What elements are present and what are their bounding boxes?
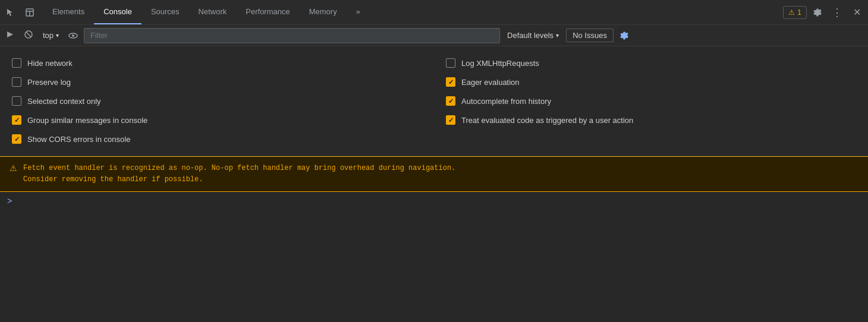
tab-bar: Elements Console Sources Network Perform…	[0, 0, 868, 25]
console-input-area: >	[0, 192, 868, 211]
settings-icon[interactable]	[809, 5, 826, 20]
settings-item-eager-eval[interactable]: Eager evaluation	[434, 72, 868, 91]
settings-item-selected-context[interactable]: Selected context only	[0, 91, 434, 111]
label-show-cors: Show CORS errors in console	[27, 135, 130, 144]
label-hide-network: Hide network	[27, 59, 73, 68]
execute-icon[interactable]	[2, 28, 18, 43]
svg-marker-3	[7, 31, 13, 37]
tab-sources[interactable]: Sources	[141, 0, 189, 24]
label-selected-context: Selected context only	[27, 97, 101, 106]
svg-line-5	[26, 32, 31, 37]
no-issues-button[interactable]: No Issues	[566, 29, 614, 42]
layout-icon[interactable]	[21, 5, 38, 20]
tab-overflow[interactable]: »	[347, 0, 370, 24]
cursor-icon[interactable]	[2, 5, 19, 20]
warning-badge-icon: ⚠	[788, 8, 795, 17]
context-label: top	[43, 31, 54, 40]
checkbox-eager-eval[interactable]	[446, 77, 455, 87]
main-tabs: Elements Console Sources Network Perform…	[43, 0, 783, 24]
settings-item-log-xml[interactable]: Log XMLHttpRequests	[434, 53, 868, 72]
console-prompt: >	[7, 197, 12, 206]
checkbox-hide-network[interactable]	[12, 58, 21, 68]
levels-arrow: ▾	[556, 32, 559, 39]
tab-elements[interactable]: Elements	[43, 0, 94, 24]
checkbox-selected-context[interactable]	[12, 96, 21, 106]
checkbox-autocomplete[interactable]	[446, 96, 455, 106]
levels-label: Default levels	[507, 31, 553, 40]
tab-bar-right: ⚠ 1 ⋮ ✕	[783, 4, 866, 21]
devtools-icons	[2, 5, 38, 20]
settings-item-hide-network[interactable]: Hide network	[0, 53, 434, 72]
warning-message: ⚠ Fetch event handler is recognized as n…	[0, 156, 868, 192]
checkbox-show-cors[interactable]	[12, 134, 21, 144]
settings-left-col: Hide networkPreserve logSelected context…	[0, 53, 434, 149]
settings-panel: Hide networkPreserve logSelected context…	[0, 46, 868, 156]
settings-item-group-similar[interactable]: Group similar messages in console	[0, 111, 434, 130]
tab-memory[interactable]: Memory	[300, 0, 347, 24]
settings-right-col: Log XMLHttpRequestsEager evaluationAutoc…	[434, 53, 868, 149]
tab-network[interactable]: Network	[189, 0, 237, 24]
settings-grid: Hide networkPreserve logSelected context…	[0, 53, 868, 149]
tab-performance[interactable]: Performance	[236, 0, 299, 24]
label-autocomplete: Autocomplete from history	[461, 97, 551, 106]
levels-dropdown[interactable]: Default levels ▾	[502, 29, 564, 42]
context-selector[interactable]: top ▾	[39, 29, 62, 42]
settings-item-autocomplete[interactable]: Autocomplete from history	[434, 91, 868, 111]
tab-console[interactable]: Console	[94, 0, 141, 24]
filter-input[interactable]	[84, 28, 500, 43]
close-icon[interactable]: ✕	[848, 4, 866, 20]
svg-point-7	[72, 34, 74, 37]
warning-triangle-icon: ⚠	[10, 163, 17, 173]
console-toolbar: top ▾ Default levels ▾ No Issues	[0, 25, 868, 46]
settings-item-preserve-log[interactable]: Preserve log	[0, 72, 434, 91]
eye-icon[interactable]	[65, 29, 81, 43]
clear-console-icon[interactable]	[20, 27, 37, 43]
label-group-similar: Group similar messages in console	[27, 116, 147, 125]
settings-item-treat-eval[interactable]: Treat evaluated code as triggered by a u…	[434, 111, 868, 130]
label-preserve-log: Preserve log	[27, 78, 71, 87]
warning-badge[interactable]: ⚠ 1	[783, 6, 807, 19]
settings-item-show-cors[interactable]: Show CORS errors in console	[0, 130, 434, 149]
checkbox-group-similar[interactable]	[12, 115, 21, 125]
label-log-xml: Log XMLHttpRequests	[461, 59, 539, 68]
label-eager-eval: Eager evaluation	[461, 78, 520, 87]
context-arrow: ▾	[56, 32, 59, 39]
warning-text: Fetch event handler is recognized as no-…	[23, 163, 455, 185]
console-input[interactable]	[17, 197, 861, 206]
console-settings-icon[interactable]	[616, 29, 633, 43]
checkbox-preserve-log[interactable]	[12, 77, 21, 87]
warning-badge-count: 1	[797, 8, 801, 17]
checkbox-log-xml[interactable]	[446, 58, 455, 68]
checkbox-treat-eval[interactable]	[446, 115, 455, 125]
more-icon[interactable]: ⋮	[828, 4, 846, 21]
label-treat-eval: Treat evaluated code as triggered by a u…	[461, 116, 633, 125]
